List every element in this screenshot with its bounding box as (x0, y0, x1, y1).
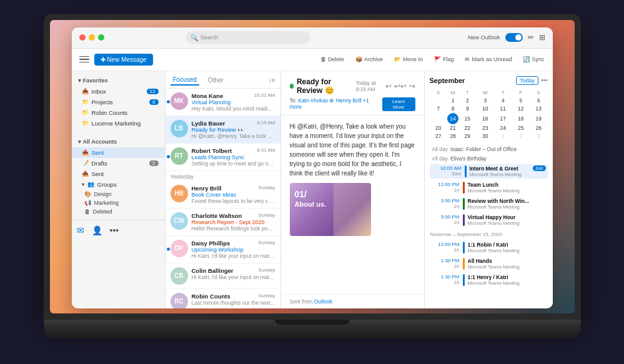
sidebar-item-lucerne[interactable]: 📁 Lucerne Marketing (72, 118, 165, 129)
contacts-nav-icon[interactable]: 👤 (92, 225, 102, 235)
email-item[interactable]: CW Charlotte Waltson Sunday Research Rep… (166, 209, 280, 236)
cal-day[interactable]: 21 (447, 124, 458, 132)
cal-day[interactable]: 11 (494, 105, 512, 113)
cal-day[interactable]: 29 (458, 132, 477, 140)
mac-window: 🔍 Search New Outlook ✏ ⊞ (72, 27, 553, 308)
cal-day[interactable] (430, 113, 448, 124)
cal-day[interactable]: 3 (477, 97, 495, 105)
timed-event[interactable]: 5:00 PM 1h Virtual Happy Hour Microsoft … (430, 213, 548, 227)
new-message-button[interactable]: ✚ New Message (94, 54, 153, 66)
timed-event[interactable]: 10:00 AM 30m Intern Meet & Greet Microso… (430, 164, 548, 179)
menu-button[interactable] (77, 52, 92, 67)
mark-unread-action[interactable]: ✉ Mark as Unread (462, 54, 515, 64)
timed-event[interactable]: 1:30 PM 1h All Hands Microsoft Teams Mee… (430, 257, 548, 271)
cal-day[interactable]: 3 (530, 132, 548, 140)
all-accounts-chevron[interactable]: ▾ (78, 139, 81, 145)
email-attachment-preview[interactable]: 01/ About us. (290, 183, 371, 236)
cal-day[interactable]: 2 (458, 97, 477, 105)
email-footer: Sent from Outlook (281, 294, 424, 308)
cal-day[interactable]: 24 (494, 124, 512, 132)
cal-day[interactable]: 18 (512, 113, 530, 124)
outlook-link[interactable]: Outlook (314, 298, 332, 305)
compose-icon[interactable]: ✏ (528, 33, 534, 42)
delete-action[interactable]: 🗑 Delete (317, 54, 347, 64)
learn-more-button[interactable]: Learn More (382, 97, 415, 111)
email-item[interactable]: MK Mona Kane 10:31 AM Virtual Planning H… (166, 89, 280, 116)
timed-event[interactable]: 3:00 PM 1h Review with North Win... Micr… (430, 197, 548, 211)
minimize-button[interactable] (89, 34, 95, 41)
timed-event[interactable]: 1:30 PM 1h 1:1 Henry / Katri Microsoft T… (430, 273, 548, 287)
cal-day[interactable]: 26 (530, 124, 548, 132)
expand-icon[interactable]: ⊞ (539, 33, 545, 42)
cal-day[interactable]: 5 (512, 97, 530, 105)
cal-day[interactable]: 25 (512, 124, 530, 132)
today-button[interactable]: Today (516, 76, 538, 85)
sidebar-item-groups[interactable]: ▾ 👥 Groups (72, 179, 165, 190)
tab-other[interactable]: Other (206, 76, 226, 85)
cal-day[interactable]: 8 (447, 105, 458, 113)
cal-day[interactable]: 17 (494, 113, 512, 124)
filter-icon[interactable]: ↓≡ (269, 77, 275, 84)
cal-day[interactable]: 19 (530, 113, 548, 124)
sidebar-item-robin[interactable]: 📁 Robin Counts (72, 107, 165, 118)
tab-focused[interactable]: Focused (171, 75, 199, 86)
favorites-chevron[interactable]: ▾ (78, 77, 81, 84)
cal-day[interactable]: 4 (494, 97, 512, 105)
archive-action[interactable]: 📦 Archive (352, 54, 386, 64)
email-item[interactable]: HB Henry Brill Sunday Book Cover Ideas F… (166, 181, 280, 209)
sidebar-item-marketing[interactable]: 📢 Marketing (72, 199, 165, 207)
new-outlook-toggle[interactable] (505, 33, 523, 42)
cal-day[interactable]: 28 (447, 132, 458, 140)
cal-day[interactable]: 2 (512, 132, 530, 140)
move-to-action[interactable]: 📂 Move to (391, 54, 426, 64)
sidebar-item-projects[interactable]: 📁 Projects 8 (72, 97, 165, 107)
cal-day[interactable]: 7 (430, 105, 448, 113)
cal-day[interactable]: 20 (430, 124, 448, 132)
cal-day[interactable] (430, 97, 448, 105)
close-button[interactable] (79, 34, 86, 41)
flag-action[interactable]: 🚩 Flag (431, 54, 457, 64)
cal-day[interactable]: 10 (477, 105, 495, 113)
sidebar-item-sent[interactable]: 📤 Sent (72, 147, 165, 158)
forward-icon[interactable]: ↪ (409, 82, 415, 91)
event-time: 3:00 PM 1h (430, 198, 460, 210)
cal-day[interactable]: 22 (458, 124, 477, 132)
cal-day[interactable]: 15 (458, 113, 477, 124)
cal-day[interactable]: 12 (512, 105, 530, 113)
sidebar-item-inbox[interactable]: 📥 Inbox 12 (72, 86, 165, 97)
calendar-more-icon[interactable]: ••• (541, 77, 548, 84)
search-bar[interactable]: 🔍 Search (186, 31, 310, 44)
timed-event[interactable]: 12:00 PM 1h 1:1 Robin / Katri Microsoft … (430, 240, 548, 255)
email-item[interactable]: CB Colin Ballinger Sunday Hi Katri, I'd … (166, 263, 280, 289)
sidebar-item-sent2[interactable]: 📤 Sent (72, 169, 165, 179)
email-item[interactable]: DP Daisy Phillips Sunday Upcoming Worksh… (166, 236, 280, 263)
sidebar-item-design[interactable]: 🎨 Design (72, 190, 165, 199)
cal-day[interactable]: 27 (430, 132, 448, 140)
sidebar-item-drafts[interactable]: 📝 Drafts 2 (72, 158, 165, 169)
groups-chevron[interactable]: ▾ (82, 182, 84, 187)
sent-from-text: Sent from (290, 298, 314, 305)
cal-day[interactable]: 13 (530, 105, 548, 113)
cal-day[interactable]: 16 (477, 113, 495, 124)
cal-day[interactable]: 23 (477, 124, 495, 132)
sidebar-item-deleted[interactable]: 🗑 Deleted (72, 207, 165, 216)
timed-event[interactable]: 12:00 PM 1h Team Lunch Microsoft Teams M… (430, 180, 548, 195)
email-item[interactable]: LB Lydia Bauer 9:19 AM Ready for Review … (166, 116, 280, 144)
cal-day[interactable]: 30 (477, 132, 495, 140)
avatar: CW (171, 212, 188, 230)
email-item[interactable]: RC Robin Counts Sunday Last minute thoug… (166, 289, 280, 308)
cal-day[interactable]: 6 (530, 97, 548, 105)
email-item[interactable]: RT Robert Tolbert 8:31 AM Leads Planning… (166, 144, 280, 171)
cal-day[interactable]: 1 (447, 97, 458, 105)
cal-day[interactable]: 9 (458, 105, 477, 113)
sync-action[interactable]: 🔄 Sync (520, 54, 547, 64)
mail-nav-icon[interactable]: ✉ (77, 225, 84, 235)
reply-all-icon[interactable]: ↩↩ (394, 82, 407, 91)
cal-day[interactable]: 1 (494, 132, 512, 140)
cal-day-today[interactable]: 14 (447, 113, 458, 124)
join-badge[interactable]: Join (533, 165, 546, 171)
email-content: Robert Tolbert 8:31 AM Leads Planning Sy… (192, 147, 275, 167)
reply-icon[interactable]: ↩ (385, 82, 392, 91)
more-nav-icon[interactable]: ••• (110, 225, 119, 235)
fullscreen-button[interactable] (98, 34, 104, 41)
